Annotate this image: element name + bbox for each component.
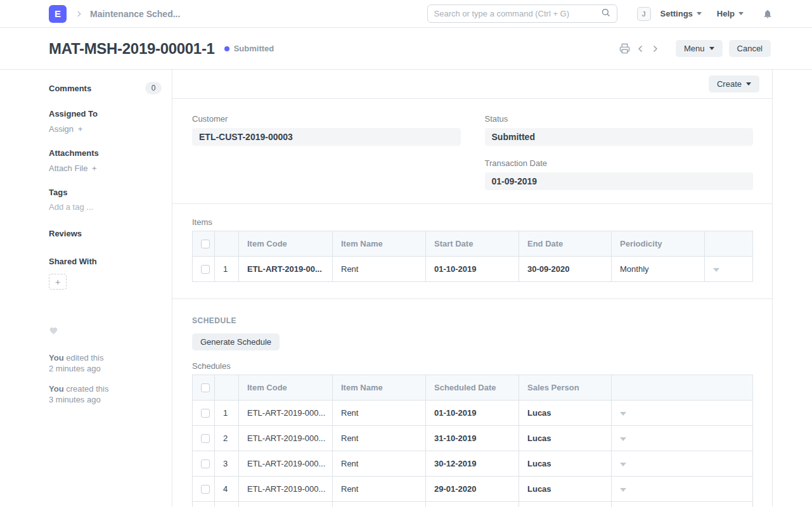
- item-name-cell: Rent: [333, 477, 426, 502]
- create-button[interactable]: Create: [709, 75, 759, 93]
- row-index: 4: [215, 477, 239, 502]
- plus-icon: +: [92, 164, 97, 173]
- user-avatar[interactable]: J: [637, 7, 651, 21]
- row-index: 1: [215, 257, 239, 282]
- customer-label: Customer: [192, 114, 461, 124]
- row-expand-caret-icon[interactable]: [620, 437, 626, 441]
- customer-field: Customer ETL-CUST-2019-00003: [192, 114, 461, 146]
- schedules-table-row: 2 ETL-ART-2019-000... Rent 31-10-2019 Lu…: [193, 426, 753, 451]
- attach-file-link[interactable]: Attach File +: [49, 164, 162, 173]
- settings-label: Settings: [661, 9, 693, 18]
- sales-person-cell: Lucas: [519, 426, 612, 451]
- sales-person-cell: Lucas: [519, 401, 612, 426]
- item-name-cell: Rent: [333, 426, 426, 451]
- next-document-chevron-right-icon[interactable]: [648, 42, 663, 55]
- generate-schedule-button[interactable]: Generate Schedule: [192, 333, 280, 350]
- activity-log: You edited this 2 minutes ago You create…: [49, 352, 162, 405]
- schedules-header-row: Item Code Item Name Scheduled Date Sales…: [193, 375, 753, 401]
- items-col-end-date: End Date: [519, 231, 612, 257]
- activity-entry: You created this 3 minutes ago: [49, 383, 162, 405]
- fields-column-left: Customer ETL-CUST-2019-00003: [192, 114, 461, 190]
- row-expand-caret-icon[interactable]: [713, 268, 719, 272]
- activity-actor: You: [49, 384, 64, 394]
- sales-person-cell: Lucas: [519, 451, 612, 477]
- chevron-down-icon: [697, 12, 702, 15]
- row-checkbox[interactable]: [201, 459, 210, 468]
- item-code-cell: ETL-ART-2019-000...: [239, 477, 333, 502]
- app-logo-letter: E: [55, 8, 61, 19]
- schedules-col-scheduled-date: Scheduled Date: [426, 375, 519, 401]
- assign-link[interactable]: Assign +: [49, 124, 162, 134]
- form-sidebar: Comments 0 Assigned To Assign + Attachme…: [0, 70, 172, 507]
- sales-person-cell: Lucas: [519, 477, 612, 502]
- search-input[interactable]: [434, 9, 601, 18]
- breadcrumb[interactable]: Maintenance Sched...: [90, 9, 180, 19]
- transaction-date-value: 01-09-2019: [485, 172, 754, 190]
- item-code-cell: ETL-ART-2019-000...: [239, 426, 333, 451]
- help-menu[interactable]: Help: [717, 9, 744, 18]
- items-table: Item Code Item Name Start Date End Date …: [192, 231, 753, 282]
- settings-menu[interactable]: Settings: [661, 9, 702, 18]
- items-table-label: Items: [192, 217, 753, 227]
- items-col-item-code: Item Code: [239, 231, 333, 257]
- activity-entry: You edited this 2 minutes ago: [49, 352, 162, 374]
- schedules-table: Item Code Item Name Scheduled Date Sales…: [192, 375, 753, 507]
- activity-action: created this: [66, 384, 108, 394]
- status-badge: Submitted: [224, 44, 274, 53]
- scheduled-date-cell: 31-10-2019: [426, 426, 519, 451]
- scheduled-date-cell: 29-01-2020: [426, 477, 519, 502]
- menu-button[interactable]: Menu: [676, 40, 723, 57]
- activity-action: edited this: [66, 353, 103, 363]
- like-heart-icon[interactable]: [49, 326, 162, 337]
- chevron-down-icon: [709, 47, 714, 50]
- help-label: Help: [717, 9, 735, 18]
- navbar: E Maintenance Sched... J Settings Help: [0, 0, 812, 28]
- row-checkbox[interactable]: [201, 265, 210, 274]
- schedules-col-idx: [215, 375, 239, 401]
- page-title: MAT-MSH-2019-00001-1: [49, 40, 215, 58]
- activity-time: 3 minutes ago: [49, 394, 162, 405]
- row-index: 1: [215, 401, 239, 426]
- add-tag-input[interactable]: Add a tag ...: [49, 202, 162, 212]
- plus-icon: +: [55, 277, 60, 287]
- customer-value: ETL-CUST-2019-00003: [192, 128, 461, 146]
- schedules-table-label: Schedules: [192, 361, 753, 371]
- generate-schedule-label: Generate Schedule: [200, 338, 271, 346]
- items-header-row: Item Code Item Name Start Date End Date …: [193, 231, 753, 257]
- schedules-table-row: 3 ETL-ART-2019-000... Rent 30-12-2019 Lu…: [193, 451, 753, 477]
- select-all-checkbox[interactable]: [201, 240, 210, 248]
- items-col-actions: [705, 231, 753, 257]
- tags-heading: Tags: [49, 188, 162, 197]
- row-checkbox[interactable]: [201, 409, 210, 418]
- page-body: Comments 0 Assigned To Assign + Attachme…: [0, 70, 812, 507]
- create-button-label: Create: [717, 80, 742, 88]
- cancel-button[interactable]: Cancel: [729, 40, 771, 57]
- activity-actor: You: [49, 353, 64, 363]
- prev-document-chevron-left-icon[interactable]: [633, 42, 648, 55]
- sidebar-item-comments[interactable]: Comments 0: [49, 82, 162, 94]
- app-logo[interactable]: E: [49, 5, 67, 23]
- row-expand-caret-icon[interactable]: [620, 463, 626, 466]
- item-code-cell: ETL-ART-2019-000...: [239, 451, 333, 477]
- row-checkbox[interactable]: [201, 434, 210, 443]
- print-icon[interactable]: [617, 42, 633, 55]
- status-dot-icon: [224, 46, 229, 51]
- end-date-cell: 30-09-2020: [519, 257, 612, 282]
- row-expand-caret-icon[interactable]: [620, 412, 626, 416]
- items-section: Items Item Code Item Name Start Date End…: [172, 204, 772, 299]
- schedules-col-item-code: Item Code: [239, 375, 333, 401]
- items-col-start-date: Start Date: [426, 231, 519, 257]
- assign-link-label: Assign: [49, 124, 74, 134]
- notifications-bell-icon[interactable]: [760, 8, 775, 20]
- fields-column-right: Status Submitted Transaction Date 01-09-…: [485, 114, 754, 190]
- share-add-button[interactable]: +: [49, 274, 67, 290]
- transaction-date-field: Transaction Date 01-09-2019: [485, 158, 754, 190]
- select-all-checkbox[interactable]: [201, 383, 210, 392]
- row-checkbox[interactable]: [201, 485, 210, 494]
- row-expand-caret-icon[interactable]: [620, 488, 626, 492]
- activity-time: 2 minutes ago: [49, 363, 162, 374]
- transaction-date-label: Transaction Date: [485, 158, 754, 168]
- periodicity-cell: Monthly: [612, 257, 705, 282]
- global-search: [427, 4, 617, 23]
- items-col-idx: [215, 231, 239, 257]
